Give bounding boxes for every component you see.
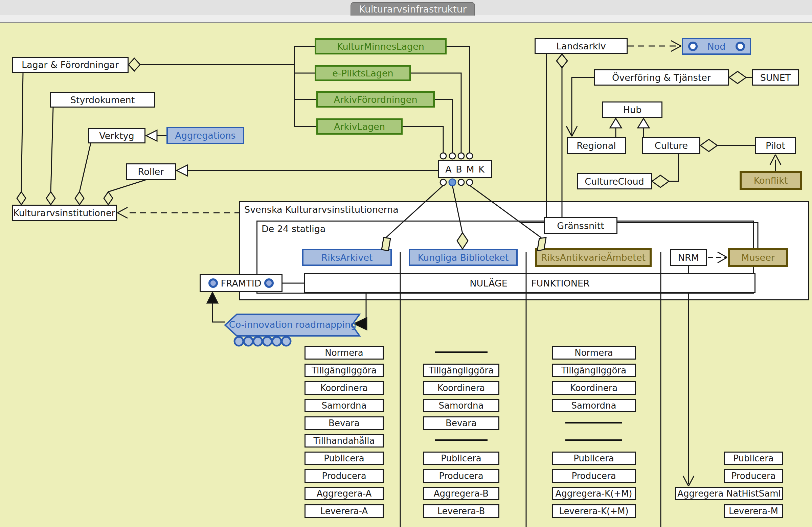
wheel-icon [244,337,253,346]
port-icon [689,43,697,50]
wheel-icon [272,337,281,346]
port-icon [209,279,217,287]
link-marker-diamond [457,233,468,249]
port-icon [467,153,473,159]
link-marker [382,237,390,251]
port-icon [737,43,744,50]
window-toolbar-strip [0,15,812,22]
port-icon [458,179,464,185]
port-icon [265,279,273,287]
port-icon [467,179,473,185]
wheel-icon [263,337,272,346]
port-icon-active [449,179,456,186]
port-icon [440,179,446,185]
wheel-icon [282,337,291,346]
wheel-icon [253,337,262,346]
port-icon [458,153,464,159]
link-marker [537,237,546,251]
diagram-canvas[interactable]: Kulturarvsinfrastruktur Svenska Kulturar… [0,0,812,527]
port-icon [440,153,446,159]
chrome-divider [0,22,812,23]
port-icon [449,153,455,159]
diagram-tab[interactable]: Kulturarvsinfrastruktur [350,2,475,16]
wheel-icon [234,337,243,346]
overlay-layer [0,0,812,527]
